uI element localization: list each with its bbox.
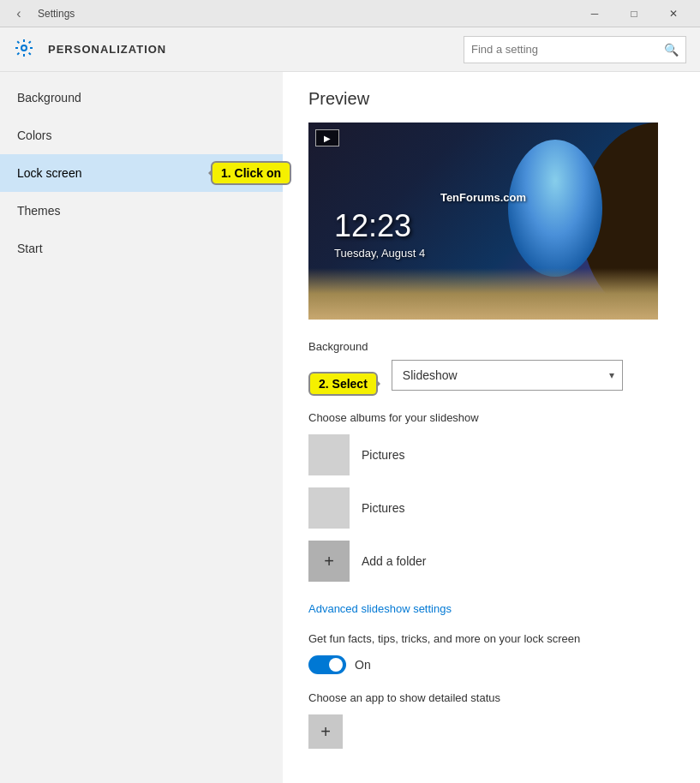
window-controls: ─ □ ✕	[575, 0, 693, 27]
title-bar-title: Settings	[38, 8, 575, 20]
preview-date: Tuesday, August 4	[334, 247, 425, 260]
callout-click-on: 1. Click on	[211, 161, 291, 185]
preview-title: Preview	[308, 89, 674, 109]
app-body: Background Colors Lock screen 1. Click o…	[0, 72, 700, 783]
toggle-knob	[329, 658, 343, 672]
minimize-button[interactable]: ─	[575, 0, 614, 27]
app-header: PERSONALIZATION 🔍	[0, 27, 700, 72]
search-box[interactable]: 🔍	[464, 36, 686, 63]
fun-facts-label: Get fun facts, tips, tricks, and more on…	[308, 632, 674, 645]
app-title: PERSONALIZATION	[48, 43, 464, 56]
sidebar-item-background[interactable]: Background	[0, 79, 283, 117]
callout-select: 2. Select	[308, 372, 378, 396]
personalization-icon	[14, 38, 38, 62]
preview-container: ▶ TenForums.com 12:23 Tuesday, August 4	[308, 123, 658, 320]
main-content: Preview ▶ TenForums.com 12:23 Tuesday, A…	[283, 72, 700, 783]
album-name-1: Pictures	[362, 448, 405, 462]
album-item-1: Pictures	[308, 434, 674, 475]
close-button[interactable]: ✕	[654, 0, 693, 27]
sidebar-item-themes[interactable]: Themes	[0, 192, 283, 230]
beach-decoration	[308, 268, 658, 320]
video-play-icon: ▶	[315, 129, 339, 146]
toggle-state-label: On	[355, 658, 371, 672]
callout-wrapper: 2. Select Slideshow Windows spotlight Pi…	[308, 360, 674, 408]
album-name-2: Pictures	[362, 501, 405, 515]
preview-watermark: TenForums.com	[440, 191, 526, 204]
background-field-label: Background	[308, 340, 674, 353]
sidebar-item-lockscreen[interactable]: Lock screen 1. Click on	[0, 154, 283, 192]
add-folder-plus-icon: +	[308, 541, 350, 582]
detailed-status-label: Choose an app to show detailed status	[308, 691, 674, 704]
title-bar: ‹ Settings ─ □ ✕	[0, 0, 700, 27]
background-dropdown-container: Slideshow Windows spotlight Picture ▾	[392, 360, 623, 391]
back-button[interactable]: ‹	[7, 2, 31, 26]
add-folder-label: Add a folder	[362, 554, 427, 568]
sidebar-item-colors[interactable]: Colors	[0, 117, 283, 154]
search-input[interactable]	[471, 43, 664, 56]
album-thumbnail-1	[308, 434, 350, 475]
maximize-button[interactable]: □	[614, 0, 654, 27]
albums-section-label: Choose albums for your slideshow	[308, 411, 674, 424]
fun-facts-toggle[interactable]	[308, 655, 346, 674]
add-app-button[interactable]: +	[308, 714, 343, 749]
preview-time: 12:23	[334, 208, 411, 244]
add-folder-button[interactable]: + Add a folder	[308, 541, 674, 582]
background-dropdown[interactable]: Slideshow Windows spotlight Picture	[392, 360, 623, 391]
sidebar: Background Colors Lock screen 1. Click o…	[0, 72, 283, 783]
album-item-2: Pictures	[308, 487, 674, 529]
album-thumbnail-2	[308, 487, 350, 529]
advanced-slideshow-link[interactable]: Advanced slideshow settings	[308, 602, 674, 615]
search-icon: 🔍	[664, 43, 679, 57]
sidebar-item-start[interactable]: Start	[0, 230, 283, 267]
toggle-row: On	[308, 655, 674, 674]
svg-point-0	[21, 45, 27, 51]
